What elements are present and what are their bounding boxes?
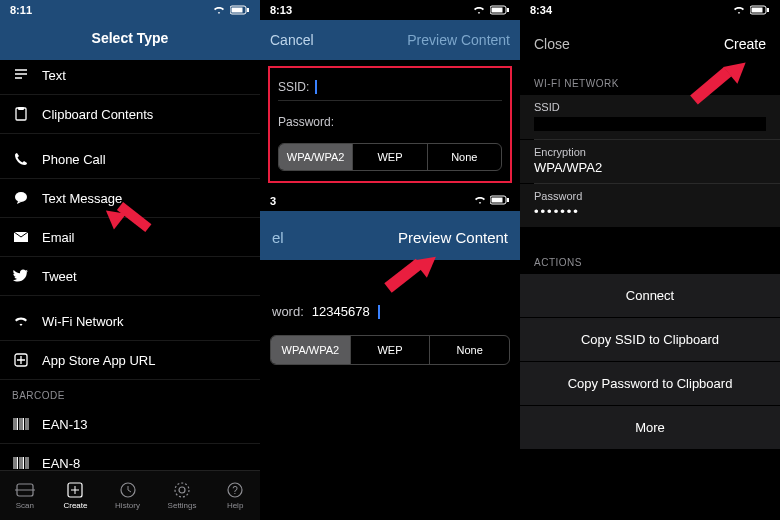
svg-rect-18 — [507, 8, 509, 12]
password-input[interactable] — [340, 115, 502, 129]
navbar: Close Create — [520, 20, 780, 64]
battery-icon — [750, 5, 770, 15]
wifi-form-highlight: SSID: Password: WPA/WPA2 WEP None — [268, 66, 512, 183]
status-time: 8:34 — [530, 4, 552, 16]
tab-label: Create — [63, 501, 87, 510]
barcode-icon — [12, 415, 30, 433]
cell-label: SSID — [534, 101, 766, 113]
ssid-value — [534, 117, 766, 131]
encryption-segment[interactable]: WPA/WPA2 WEP None — [278, 143, 502, 171]
password-field[interactable]: Password: — [278, 109, 502, 135]
type-row-message[interactable]: Text Message — [0, 179, 260, 218]
section-wifi-label: WI-FI NETWORK — [520, 64, 780, 95]
password-row-partial[interactable]: word: 12345678 — [260, 290, 520, 329]
create-icon — [64, 481, 86, 499]
barcode-section-label: BARCODE — [0, 380, 260, 405]
type-row-phone[interactable]: Phone Call — [0, 140, 260, 179]
tab-scan[interactable]: Scan — [14, 481, 36, 510]
status-bar-partial: 3 — [260, 191, 520, 211]
tab-label: Settings — [168, 501, 197, 510]
seg-none[interactable]: None — [430, 336, 509, 364]
preview-content-button[interactable]: Preview Content — [407, 32, 510, 48]
battery-icon — [490, 195, 510, 205]
seg-wep[interactable]: WEP — [353, 144, 427, 170]
field-label: Password: — [278, 115, 334, 129]
wifi-status-icon — [732, 5, 746, 15]
svg-rect-17 — [492, 8, 503, 13]
preview-content-button-2[interactable]: Preview Content — [398, 229, 508, 246]
seg-wpa[interactable]: WPA/WPA2 — [279, 144, 353, 170]
actions-list: Connect Copy SSID to Clipboard Copy Pass… — [520, 274, 780, 450]
history-icon — [117, 481, 139, 499]
page-title: Select Type — [0, 20, 260, 60]
password-cell[interactable]: Password ••••••• — [520, 184, 780, 227]
tab-create[interactable]: Create — [63, 481, 87, 510]
cell-label: Encryption — [534, 146, 766, 158]
encryption-value: WPA/WPA2 — [534, 160, 766, 175]
row-label: Text Message — [42, 191, 122, 206]
type-row-email[interactable]: Email — [0, 218, 260, 257]
svg-rect-2 — [247, 8, 249, 12]
action-copy-ssid[interactable]: Copy SSID to Clipboard — [520, 318, 780, 362]
type-row-appstore[interactable]: App Store App URL — [0, 341, 260, 380]
navbar-partial: el Preview Content — [260, 211, 520, 260]
action-more[interactable]: More — [520, 406, 780, 450]
status-time-partial: 3 — [270, 195, 276, 207]
navbar: Cancel Preview Content — [260, 20, 520, 60]
wifi-status-icon — [473, 195, 487, 205]
tab-history[interactable]: History — [115, 481, 140, 510]
status-bar: 8:11 — [0, 0, 260, 20]
status-icons — [472, 5, 510, 15]
svg-point-13 — [175, 483, 189, 497]
wifi-status-icon — [212, 5, 226, 15]
screen-right: 8:34 Close Create WI-FI NETWORK SSID Enc… — [520, 0, 780, 520]
close-button[interactable]: Close — [534, 36, 570, 52]
action-connect[interactable]: Connect — [520, 274, 780, 318]
row-label: Clipboard Contents — [42, 107, 153, 122]
type-row-tweet[interactable]: Tweet — [0, 257, 260, 296]
svg-rect-21 — [507, 198, 509, 202]
row-label: EAN-8 — [42, 456, 80, 471]
type-row-clipboard[interactable]: Clipboard Contents — [0, 95, 260, 134]
status-icons — [473, 195, 510, 207]
wifi-icon — [12, 312, 30, 330]
status-time: 8:13 — [270, 4, 292, 16]
ssid-input[interactable] — [323, 80, 502, 94]
action-copy-password[interactable]: Copy Password to Clipboard — [520, 362, 780, 406]
create-button[interactable]: Create — [724, 36, 766, 52]
ssid-field[interactable]: SSID: — [278, 74, 502, 101]
tab-settings[interactable]: Settings — [168, 481, 197, 510]
row-label: Email — [42, 230, 75, 245]
row-label: Wi-Fi Network — [42, 314, 124, 329]
row-label: Phone Call — [42, 152, 106, 167]
gear-icon — [171, 481, 193, 499]
row-label: Tweet — [42, 269, 77, 284]
encryption-cell[interactable]: Encryption WPA/WPA2 — [520, 140, 780, 183]
row-label: Text — [42, 68, 66, 83]
section-actions-label: ACTIONS — [520, 243, 780, 274]
barcode-row-ean13[interactable]: EAN-13 — [0, 405, 260, 444]
phone-icon — [12, 150, 30, 168]
cancel-button-partial[interactable]: el — [272, 229, 284, 246]
cancel-button[interactable]: Cancel — [270, 32, 314, 48]
row-label: EAN-13 — [42, 417, 88, 432]
battery-icon — [230, 5, 250, 15]
tab-label: Scan — [16, 501, 34, 510]
type-row-text[interactable]: Text — [0, 60, 260, 95]
field-label: SSID: — [278, 80, 309, 94]
type-row-wifi[interactable]: Wi-Fi Network — [0, 302, 260, 341]
svg-point-12 — [179, 487, 185, 493]
seg-none[interactable]: None — [428, 144, 501, 170]
ssid-cell[interactable]: SSID — [520, 95, 780, 139]
password-value: 12345678 — [312, 304, 370, 319]
text-cursor-icon — [378, 305, 380, 319]
clipboard-icon — [12, 105, 30, 123]
tab-help[interactable]: ? Help — [224, 481, 246, 510]
status-icons — [212, 5, 250, 15]
email-icon — [12, 228, 30, 246]
svg-rect-1 — [232, 8, 243, 13]
encryption-segment-2[interactable]: WPA/WPA2 WEP None — [270, 335, 510, 365]
seg-wpa[interactable]: WPA/WPA2 — [271, 336, 351, 364]
screen-middle: 8:13 Cancel Preview Content SSID: Passwo… — [260, 0, 520, 520]
seg-wep[interactable]: WEP — [351, 336, 431, 364]
